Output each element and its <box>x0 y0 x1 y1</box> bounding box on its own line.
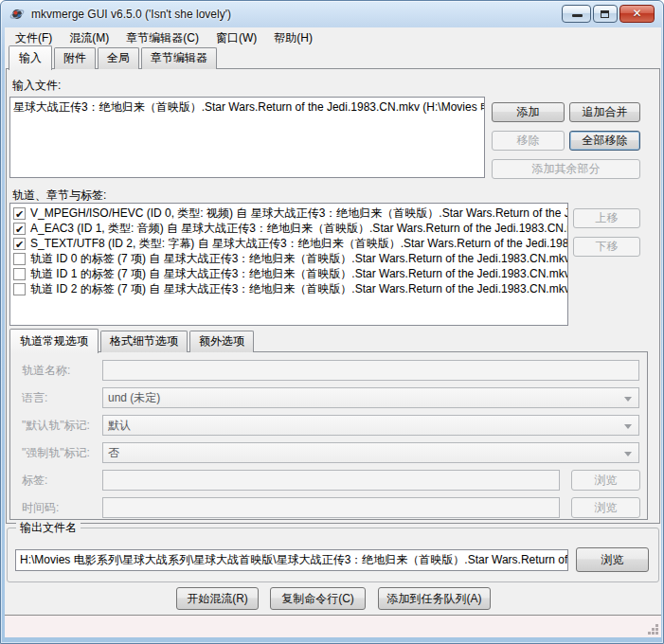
close-button[interactable]: ✕ <box>619 5 655 23</box>
track-checkbox[interactable]: ✔ <box>13 223 26 235</box>
track-checkbox[interactable] <box>13 268 26 280</box>
track-row[interactable]: 轨道 ID 0 的标签 (7 项) 自 星球大战正传3：绝地归来（首映版）.St… <box>10 251 567 266</box>
add-button[interactable]: 添加 <box>492 102 565 122</box>
chevron-down-icon <box>624 397 632 402</box>
default-flag-select: 默认 <box>102 415 639 436</box>
maximize-button[interactable] <box>593 5 618 23</box>
remove-button: 移除 <box>492 131 565 151</box>
status-bar <box>5 616 661 637</box>
track-row-label: S_TEXT/UTF8 (ID 2, 类型: 字幕) 自 星球大战正传3：绝地归… <box>30 236 567 251</box>
add-to-job-queue-button[interactable]: 添加到任务队列(A) <box>378 587 491 610</box>
tracks-list[interactable]: ✔ V_MPEGH/ISO/HEVC (ID 0, 类型: 视频) 自 星球大战… <box>9 203 568 326</box>
copy-command-line-button[interactable]: 复制命令行(C) <box>270 587 366 610</box>
output-filename-field[interactable]: H:\Movies 电影系列\星球大战系列\星球大战首映版\星球大战正传3：绝地… <box>15 549 568 571</box>
maximize-icon <box>601 10 609 18</box>
timecodes-browse-button: 浏览 <box>571 497 640 518</box>
menu-bar: 文件(F) 混流(M) 章节编辑器(C) 窗口(W) 帮助(H) <box>5 27 661 48</box>
close-icon: ✕ <box>632 7 641 20</box>
move-up-button: 上移 <box>573 208 640 228</box>
track-row-label: 轨道 ID 1 的标签 (7 项) 自 星球大战正传3：绝地归来（首映版）.St… <box>30 266 567 281</box>
track-checkbox[interactable] <box>13 253 26 265</box>
tab-general-track-options[interactable]: 轨道常规选项 <box>9 329 99 353</box>
start-muxing-button[interactable]: 开始混流(R) <box>176 587 259 610</box>
append-button[interactable]: 追加合并 <box>569 102 640 122</box>
additional-parts-button: 添加其余部分 <box>492 159 640 179</box>
track-row-label: A_EAC3 (ID 1, 类型: 音频) 自 星球大战正传3：绝地归来（首映版… <box>30 221 567 236</box>
minimize-icon <box>572 14 583 17</box>
track-row[interactable]: ✔ A_EAC3 (ID 1, 类型: 音频) 自 星球大战正传3：绝地归来（首… <box>10 221 567 236</box>
menu-item-muxing[interactable]: 混流(M) <box>61 27 117 49</box>
track-checkbox[interactable] <box>13 283 26 295</box>
forced-flag-select: 否 <box>102 442 639 463</box>
language-label: 语言: <box>22 387 103 408</box>
track-name-field <box>102 360 639 381</box>
app-window: mkvmerge GUI v6.5.0 ('Isn't she lovely')… <box>0 0 664 644</box>
language-select: und (未定) <box>102 387 639 408</box>
remove-all-button[interactable]: 全部移除 <box>569 131 640 151</box>
tab-format-specific-options[interactable]: 格式细节选项 <box>100 331 188 352</box>
track-row-label: V_MPEGH/ISO/HEVC (ID 0, 类型: 视频) 自 星球大战正传… <box>30 206 567 221</box>
track-row[interactable]: ✔ S_TEXT/UTF8 (ID 2, 类型: 字幕) 自 星球大战正传3：绝… <box>10 236 567 251</box>
menu-item-window[interactable]: 窗口(W) <box>207 27 265 49</box>
track-name-label: 轨道名称: <box>22 360 103 381</box>
track-options-tabstrip: 轨道常规选项 格式细节选项 额外选项 <box>9 333 256 352</box>
menu-item-help[interactable]: 帮助(H) <box>265 27 321 49</box>
chevron-down-icon <box>624 424 632 429</box>
tab-global[interactable]: 全局 <box>98 47 139 69</box>
input-tab-panel: 输入文件: 星球大战正传3：绝地归来（首映版）.Star Wars.Return… <box>6 68 660 524</box>
track-row[interactable]: 轨道 ID 1 的标签 (7 项) 自 星球大战正传3：绝地归来（首映版）.St… <box>10 266 567 281</box>
resize-grip-icon[interactable] <box>647 623 659 635</box>
language-value: und (未定) <box>108 391 160 404</box>
timecodes-label: 时间码: <box>22 497 103 518</box>
input-files-label: 输入文件: <box>12 78 61 94</box>
tags-browse-button: 浏览 <box>571 470 640 491</box>
track-row[interactable]: ✔ V_MPEGH/ISO/HEVC (ID 0, 类型: 视频) 自 星球大战… <box>10 206 567 221</box>
window-title: mkvmerge GUI v6.5.0 ('Isn't she lovely') <box>31 8 231 21</box>
track-row[interactable]: 轨道 ID 2 的标签 (7 项) 自 星球大战正传3：绝地归来（首映版）.St… <box>10 281 567 296</box>
app-icon <box>9 7 25 22</box>
client-area: 文件(F) 混流(M) 章节编辑器(C) 窗口(W) 帮助(H) 输入 附件 全… <box>5 27 661 637</box>
track-row-label: 轨道 ID 0 的标签 (7 项) 自 星球大战正传3：绝地归来（首映版）.St… <box>30 251 567 266</box>
forced-flag-value: 否 <box>108 446 119 459</box>
default-flag-value: 默认 <box>108 419 131 432</box>
tracks-label: 轨道、章节与标签: <box>12 188 106 204</box>
output-filename-group: 输出文件名 H:\Movies 电影系列\星球大战系列\星球大战首映版\星球大战… <box>7 528 659 582</box>
move-down-button: 下移 <box>573 237 640 257</box>
output-filename-label: 输出文件名 <box>16 520 81 536</box>
main-tabstrip: 输入 附件 全局 章节编辑器 <box>9 50 219 69</box>
titlebar[interactable]: mkvmerge GUI v6.5.0 ('Isn't she lovely')… <box>1 1 663 27</box>
input-files-list[interactable]: 星球大战正传3：绝地归来（首映版）.Star Wars.Return of th… <box>9 97 485 178</box>
track-checkbox[interactable]: ✔ <box>13 207 26 220</box>
chevron-down-icon <box>624 452 632 456</box>
timecodes-field <box>102 497 560 518</box>
tab-attachments[interactable]: 附件 <box>54 47 96 69</box>
track-options-panel: 轨道名称: 语言: und (未定) "默认轨"标记: 默认 "强制轨"标记: … <box>9 351 648 520</box>
tags-label: 标签: <box>22 470 103 491</box>
forced-flag-label: "强制轨"标记: <box>22 442 103 463</box>
tags-field <box>102 470 560 491</box>
tab-chapter-editor[interactable]: 章节编辑器 <box>141 47 217 69</box>
default-flag-label: "默认轨"标记: <box>22 415 103 436</box>
minimize-button[interactable] <box>562 5 591 23</box>
menu-item-chapter-editor[interactable]: 章节编辑器(C) <box>117 27 207 49</box>
output-browse-button[interactable]: 浏览 <box>576 547 649 572</box>
tab-input[interactable]: 输入 <box>9 45 52 70</box>
track-checkbox[interactable]: ✔ <box>13 238 26 250</box>
tab-extra-options[interactable]: 额外选项 <box>189 331 254 352</box>
track-row-label: 轨道 ID 2 的标签 (7 项) 自 星球大战正传3：绝地归来（首映版）.St… <box>30 281 567 296</box>
input-file-row[interactable]: 星球大战正传3：绝地归来（首映版）.Star Wars.Return of th… <box>10 98 484 117</box>
